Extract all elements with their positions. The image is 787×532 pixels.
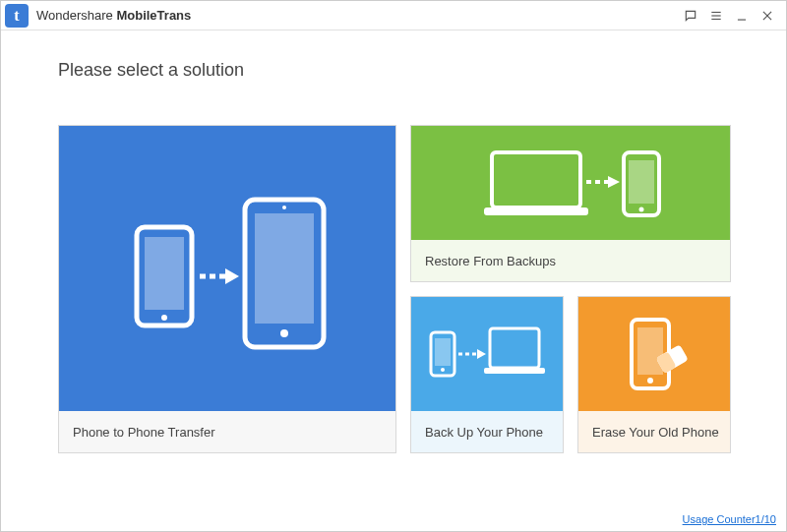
minimize-icon bbox=[735, 9, 749, 23]
app-brand: Wondershare bbox=[36, 8, 113, 23]
app-logo: t bbox=[5, 4, 29, 28]
svg-marker-21 bbox=[608, 176, 620, 188]
svg-rect-7 bbox=[145, 237, 184, 310]
menu-button[interactable] bbox=[703, 3, 729, 29]
svg-rect-16 bbox=[484, 207, 588, 215]
backup-art bbox=[411, 297, 563, 411]
phone-to-phone-icon bbox=[119, 180, 335, 357]
card-label: Restore From Backups bbox=[411, 240, 730, 281]
svg-rect-30 bbox=[637, 327, 663, 375]
restore-art bbox=[411, 126, 730, 240]
svg-rect-18 bbox=[629, 160, 654, 204]
card-label: Erase Your Old Phone bbox=[578, 411, 730, 452]
svg-rect-15 bbox=[492, 152, 580, 207]
transfer-art bbox=[59, 126, 395, 411]
svg-point-19 bbox=[639, 207, 644, 212]
minimize-button[interactable] bbox=[729, 3, 755, 29]
laptop-to-phone-icon bbox=[472, 139, 669, 227]
app-title: Wondershare MobileTrans bbox=[36, 8, 191, 23]
svg-rect-26 bbox=[484, 368, 545, 374]
svg-point-11 bbox=[280, 329, 288, 337]
close-icon bbox=[760, 9, 774, 23]
feedback-button[interactable] bbox=[678, 3, 703, 29]
phone-eraser-icon bbox=[610, 310, 698, 398]
svg-marker-28 bbox=[477, 349, 486, 359]
erase-art bbox=[578, 297, 730, 411]
card-erase-your-old-phone[interactable]: Erase Your Old Phone bbox=[577, 296, 731, 453]
app-product: MobileTrans bbox=[116, 8, 191, 23]
svg-point-31 bbox=[647, 378, 653, 384]
solution-grid: Phone to Phone Transfer Restore From Bac… bbox=[58, 125, 731, 453]
svg-rect-25 bbox=[490, 328, 539, 368]
close-button[interactable] bbox=[755, 3, 780, 29]
svg-point-24 bbox=[441, 368, 445, 372]
svg-point-8 bbox=[161, 315, 167, 321]
svg-rect-23 bbox=[435, 338, 451, 366]
phone-to-laptop-icon bbox=[423, 315, 551, 393]
titlebar: t Wondershare MobileTrans bbox=[1, 1, 786, 30]
svg-marker-14 bbox=[225, 268, 239, 284]
svg-rect-10 bbox=[255, 213, 314, 324]
hamburger-icon bbox=[709, 9, 723, 23]
card-label: Phone to Phone Transfer bbox=[59, 411, 395, 452]
card-phone-to-phone-transfer[interactable]: Phone to Phone Transfer bbox=[58, 125, 396, 453]
card-label: Back Up Your Phone bbox=[411, 411, 563, 452]
speech-bubble-icon bbox=[684, 9, 697, 23]
card-back-up-your-phone[interactable]: Back Up Your Phone bbox=[410, 296, 564, 453]
page-heading: Please select a solution bbox=[58, 60, 786, 81]
usage-counter-link[interactable]: Usage Counter1/10 bbox=[683, 513, 776, 525]
card-restore-from-backups[interactable]: Restore From Backups bbox=[410, 125, 731, 282]
svg-point-12 bbox=[282, 206, 286, 209]
